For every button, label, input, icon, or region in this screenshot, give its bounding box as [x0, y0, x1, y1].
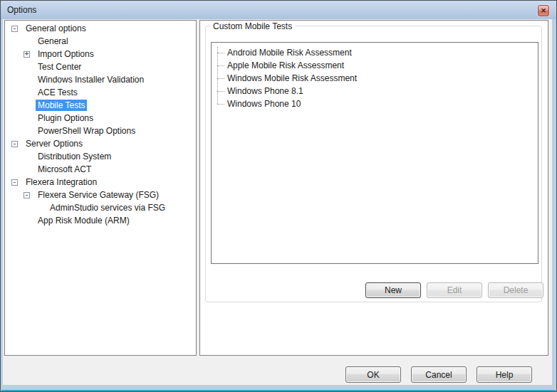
- tree-item-distribution-system[interactable]: Distribution System: [5, 150, 196, 163]
- list-item-label: Windows Phone 10: [227, 99, 301, 109]
- tree-item-flexera-service-gateway[interactable]: - Flexera Service Gateway (FSG): [5, 189, 196, 201]
- tree-item-plugin-options[interactable]: Plugin Options: [5, 112, 196, 125]
- dialog-body: - General options General + Import Optio…: [3, 19, 552, 385]
- tree-item-mobile-tests[interactable]: Mobile Tests: [5, 99, 196, 112]
- close-icon: ✕: [541, 7, 546, 14]
- list-item-label: Windows Mobile Risk Assessment: [227, 73, 357, 83]
- mobile-tests-list[interactable]: Android Mobile Risk Assessment Apple Mob…: [211, 42, 538, 264]
- tree-item-general-options[interactable]: - General options: [5, 22, 196, 35]
- tree-item-adminstudio-services-via-fsg[interactable]: AdminStudio services via FSG: [5, 201, 196, 214]
- new-button[interactable]: New: [365, 282, 421, 298]
- window-title: Options: [7, 1, 36, 19]
- options-tree-panel[interactable]: - General options General + Import Optio…: [4, 20, 197, 356]
- ok-button[interactable]: OK: [345, 366, 401, 383]
- tree-collapse-icon[interactable]: -: [24, 192, 30, 198]
- list-item-label: Android Mobile Risk Assessment: [227, 48, 352, 58]
- tree-item-microsoft-act[interactable]: Microsoft ACT: [5, 163, 196, 176]
- edit-button[interactable]: Edit: [427, 282, 482, 298]
- settings-panel: Custom Mobile Tests Android Mobile Risk …: [199, 20, 548, 356]
- tree-item-label: Windows Installer Validation: [36, 74, 146, 85]
- options-dialog: Options ✕ - General options General + Im…: [0, 0, 557, 392]
- tree-item-app-risk-module[interactable]: App Risk Module (ARM): [5, 214, 196, 227]
- title-bar[interactable]: Options ✕: [1, 1, 556, 19]
- tree-item-test-center[interactable]: Test Center: [5, 60, 196, 73]
- list-item-label: Windows Phone 8.1: [227, 86, 303, 96]
- tree-item-label: PowerShell Wrap Options: [36, 125, 137, 137]
- tree-item-windows-installer-validation[interactable]: Windows Installer Validation: [5, 73, 196, 86]
- tree-item-server-options[interactable]: - Server Options: [5, 137, 196, 150]
- tree-item-flexera-integration[interactable]: - Flexera Integration: [5, 176, 196, 189]
- delete-button[interactable]: Delete: [488, 282, 543, 298]
- help-button[interactable]: Help: [477, 366, 532, 383]
- tree-item-label: AdminStudio services via FSG: [48, 202, 167, 213]
- tree-item-label: Microsoft ACT: [36, 164, 93, 175]
- tree-item-label: Flexera Integration: [24, 176, 99, 188]
- close-button[interactable]: ✕: [538, 5, 549, 16]
- tree-item-label: General options: [24, 23, 88, 34]
- list-item[interactable]: Windows Phone 10: [212, 97, 538, 110]
- tree-collapse-icon[interactable]: -: [11, 26, 18, 32]
- tree-item-label-selected: Mobile Tests: [36, 100, 87, 111]
- list-item[interactable]: Windows Mobile Risk Assessment: [212, 72, 538, 85]
- list-item[interactable]: Apple Mobile Risk Assessment: [212, 59, 538, 72]
- tree-item-label: Import Options: [36, 48, 96, 60]
- group-title: Custom Mobile Tests: [210, 21, 295, 31]
- tree-item-general[interactable]: General: [5, 35, 196, 48]
- cancel-button[interactable]: Cancel: [411, 366, 467, 383]
- list-item-label: Apple Mobile Risk Assessment: [227, 60, 344, 70]
- list-item[interactable]: Android Mobile Risk Assessment: [212, 46, 538, 59]
- tree-item-label: General: [36, 36, 71, 47]
- tree-item-powershell-wrap-options[interactable]: PowerShell Wrap Options: [5, 125, 196, 137]
- tree-item-label: Distribution System: [36, 151, 113, 162]
- tree-item-import-options[interactable]: + Import Options: [5, 48, 196, 60]
- tree-collapse-icon[interactable]: -: [11, 179, 18, 186]
- tree-item-label: Server Options: [24, 138, 85, 149]
- tree-collapse-icon[interactable]: -: [11, 141, 18, 147]
- list-item[interactable]: Windows Phone 8.1: [212, 85, 538, 97]
- tree-item-ace-tests[interactable]: ACE Tests: [5, 86, 196, 99]
- tree-item-label: App Risk Module (ARM): [36, 215, 132, 226]
- bottom-edge-accent: [1, 390, 556, 391]
- tree-item-label: Flexera Service Gateway (FSG): [36, 189, 161, 201]
- tree-item-label: Test Center: [36, 61, 83, 73]
- tree-item-label: Plugin Options: [36, 112, 95, 124]
- tree-item-label: ACE Tests: [36, 87, 80, 98]
- tree-expand-icon[interactable]: +: [24, 51, 30, 58]
- custom-mobile-tests-group: Custom Mobile Tests Android Mobile Risk …: [205, 26, 542, 302]
